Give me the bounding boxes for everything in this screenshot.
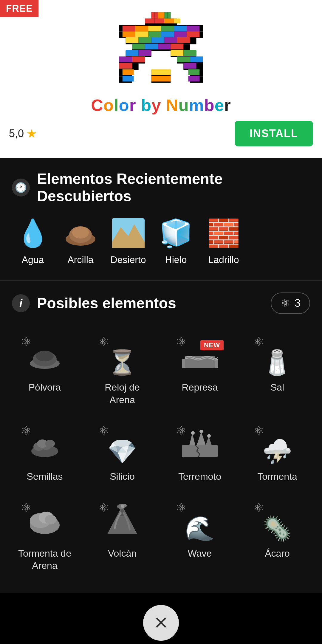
- ad-banner: FREE: [0, 0, 322, 158]
- svg-rect-29: [123, 26, 135, 31]
- svg-point-89: [207, 434, 211, 438]
- svg-rect-55: [132, 56, 145, 62]
- possible-item-semillas[interactable]: ⚛ Semillas: [6, 415, 83, 492]
- install-button[interactable]: INSTALL: [235, 121, 313, 146]
- semillas-image: [27, 430, 63, 466]
- svg-rect-21: [161, 12, 164, 19]
- tormenta-image: ⛈️: [262, 438, 292, 466]
- svg-rect-46: [132, 44, 145, 49]
- info-icon: i: [12, 294, 30, 312]
- svg-rect-51: [139, 50, 151, 56]
- close-button[interactable]: ✕: [143, 605, 179, 641]
- svg-rect-41: [126, 37, 139, 43]
- svg-rect-27: [174, 18, 180, 23]
- atom-icon-acaro: ⚛: [253, 501, 264, 515]
- svg-point-74: [36, 351, 54, 361]
- atom-badge-icon: ⚛: [280, 297, 290, 310]
- possible-item-polvora[interactable]: ⚛ Pólvora: [6, 326, 83, 415]
- atom-count-badge: ⚛ 3: [271, 292, 310, 314]
- acaro-image: 🦠: [262, 515, 292, 543]
- recently-discovered-header: 🕐 Elementos Recientemente Descubiertos: [0, 170, 322, 214]
- svg-rect-40: [187, 31, 199, 37]
- atom-icon-silicio: ⚛: [98, 424, 109, 438]
- possible-item-reloj-arena[interactable]: ⚛ ⏳ Reloj de Arena: [83, 326, 161, 415]
- element-desierto[interactable]: Desierto: [104, 217, 152, 265]
- svg-rect-34: [187, 26, 199, 31]
- svg-rect-48: [158, 44, 171, 49]
- atom-icon-sal: ⚛: [253, 335, 264, 349]
- tormenta-label: Tormenta: [257, 470, 297, 483]
- svg-point-87: [191, 431, 195, 435]
- possible-elements-header: i Posibles elementos ⚛ 3: [0, 292, 322, 326]
- element-arcilla[interactable]: Arcilla: [57, 217, 104, 265]
- atom-icon-reloj: ⚛: [98, 335, 109, 349]
- atom-icon-wave: ⚛: [176, 501, 187, 515]
- svg-rect-71: [112, 242, 145, 248]
- possible-elements-grid: ⚛ Pólvora ⚛ ⏳ Reloj de Arena: [0, 326, 322, 593]
- svg-rect-65: [188, 76, 200, 81]
- rating: 5,0 ★: [9, 127, 37, 140]
- svg-rect-23: [168, 12, 171, 19]
- semillas-label: Semillas: [27, 470, 63, 483]
- svg-rect-63: [123, 76, 134, 81]
- svg-rect-61: [151, 69, 171, 75]
- svg-rect-42: [139, 37, 151, 43]
- section-divider: [0, 280, 322, 281]
- svg-rect-19: [154, 12, 158, 19]
- svg-rect-33: [174, 26, 187, 31]
- svg-rect-52: [171, 50, 183, 56]
- svg-rect-57: [190, 56, 203, 62]
- element-agua[interactable]: 💧 Agua: [9, 217, 57, 265]
- svg-rect-83: [182, 445, 218, 457]
- close-button-wrap: ✕: [0, 593, 322, 644]
- acaro-label: Ácaro: [265, 547, 290, 560]
- svg-rect-54: [119, 56, 132, 62]
- volcan-image: [104, 504, 140, 543]
- possible-item-represa[interactable]: ⚛ NEW Represa: [161, 326, 239, 415]
- svg-rect-32: [161, 26, 174, 31]
- svg-rect-62: [188, 69, 200, 75]
- wave-image: 🌊: [185, 515, 215, 543]
- rating-value: 5,0: [9, 127, 24, 140]
- atom-icon-tormenta: ⚛: [253, 424, 264, 438]
- possible-item-terremoto[interactable]: ⚛ Terremoto: [161, 415, 239, 492]
- ladrillo-icon: 🧱: [207, 217, 240, 250]
- free-badge: FREE: [0, 0, 38, 17]
- reloj-label: Reloj de Arena: [105, 381, 140, 406]
- possible-item-tormenta[interactable]: ⚛ ⛈️ Tormenta: [239, 415, 316, 492]
- svg-point-68: [72, 227, 89, 239]
- svg-rect-49: [171, 44, 183, 49]
- possible-item-wave[interactable]: ⚛ 🌊 Wave: [161, 492, 239, 581]
- svg-rect-59: [183, 63, 196, 69]
- element-ladrillo[interactable]: 🧱 Ladrillo: [200, 217, 247, 265]
- volcan-label: Volcán: [108, 547, 137, 560]
- polvora-label: Pólvora: [29, 381, 61, 394]
- possible-item-volcan[interactable]: ⚛ Volcán: [83, 492, 161, 581]
- sal-image: 🧂: [262, 349, 292, 377]
- possible-item-acaro[interactable]: ⚛ 🦠 Ácaro: [239, 492, 316, 581]
- svg-rect-58: [119, 63, 132, 69]
- svg-rect-56: [177, 56, 190, 62]
- tormenta-arena-image: [27, 507, 63, 543]
- represa-image: [182, 344, 218, 377]
- rating-install-row: 5,0 ★ INSTALL: [0, 115, 322, 149]
- possible-item-silicio[interactable]: ⚛ 💎 Silicio: [83, 415, 161, 492]
- desierto-label: Desierto: [110, 254, 146, 265]
- recently-discovered-list: 💧 Agua Arcilla Desiert: [0, 214, 322, 280]
- element-hielo[interactable]: 🧊 Hielo: [152, 217, 200, 265]
- svg-rect-22: [164, 12, 168, 19]
- recently-discovered-title: Elementos Recientemente Descubiertos: [37, 170, 310, 205]
- svg-rect-60: [123, 69, 134, 75]
- rating-star: ★: [26, 127, 37, 140]
- possible-item-tormenta-arena[interactable]: ⚛ Tormenta de Arena: [6, 492, 83, 581]
- agua-label: Agua: [22, 254, 44, 265]
- app-title: Color by Number: [91, 95, 231, 115]
- reloj-image: ⏳: [107, 349, 137, 377]
- agua-icon: 💧: [16, 217, 49, 250]
- sal-label: Sal: [270, 381, 284, 394]
- svg-rect-50: [126, 50, 139, 56]
- possible-item-sal[interactable]: ⚛ 🧂 Sal: [239, 326, 316, 415]
- svg-rect-26: [164, 18, 174, 23]
- svg-rect-28: [145, 18, 154, 23]
- hielo-label: Hielo: [165, 254, 187, 265]
